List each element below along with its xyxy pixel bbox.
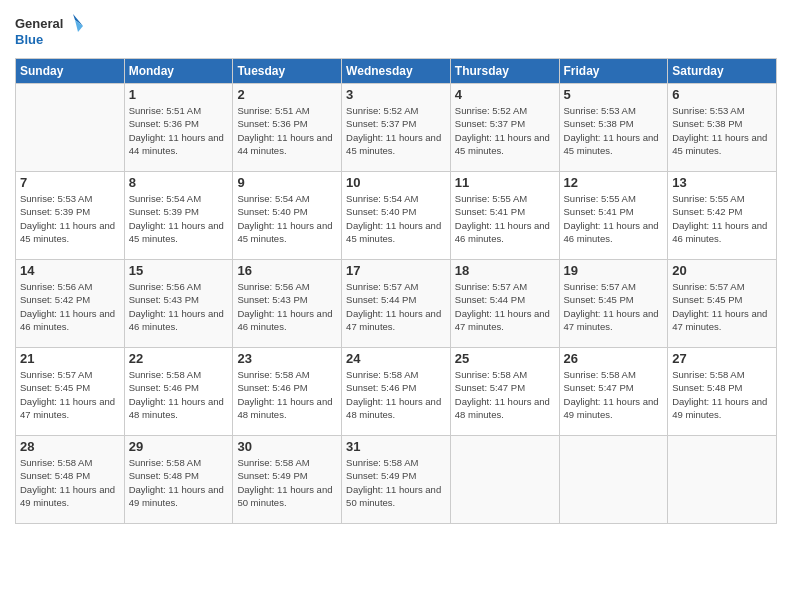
header-cell-wednesday: Wednesday: [342, 59, 451, 84]
day-cell: 3Sunrise: 5:52 AMSunset: 5:37 PMDaylight…: [342, 84, 451, 172]
day-cell: 14Sunrise: 5:56 AMSunset: 5:42 PMDayligh…: [16, 260, 125, 348]
day-info: Sunrise: 5:58 AMSunset: 5:49 PMDaylight:…: [346, 456, 446, 509]
day-info: Sunrise: 5:56 AMSunset: 5:43 PMDaylight:…: [237, 280, 337, 333]
day-info: Sunrise: 5:54 AMSunset: 5:39 PMDaylight:…: [129, 192, 229, 245]
day-info: Sunrise: 5:58 AMSunset: 5:46 PMDaylight:…: [237, 368, 337, 421]
day-cell: 22Sunrise: 5:58 AMSunset: 5:46 PMDayligh…: [124, 348, 233, 436]
day-cell: 29Sunrise: 5:58 AMSunset: 5:48 PMDayligh…: [124, 436, 233, 524]
day-cell: 13Sunrise: 5:55 AMSunset: 5:42 PMDayligh…: [668, 172, 777, 260]
day-info: Sunrise: 5:58 AMSunset: 5:48 PMDaylight:…: [20, 456, 120, 509]
day-number: 2: [237, 87, 337, 102]
logo: General Blue: [15, 10, 85, 52]
day-info: Sunrise: 5:57 AMSunset: 5:44 PMDaylight:…: [346, 280, 446, 333]
day-cell: 30Sunrise: 5:58 AMSunset: 5:49 PMDayligh…: [233, 436, 342, 524]
day-info: Sunrise: 5:55 AMSunset: 5:41 PMDaylight:…: [564, 192, 664, 245]
day-info: Sunrise: 5:58 AMSunset: 5:49 PMDaylight:…: [237, 456, 337, 509]
day-cell: 8Sunrise: 5:54 AMSunset: 5:39 PMDaylight…: [124, 172, 233, 260]
day-number: 12: [564, 175, 664, 190]
day-cell: 2Sunrise: 5:51 AMSunset: 5:36 PMDaylight…: [233, 84, 342, 172]
day-info: Sunrise: 5:53 AMSunset: 5:38 PMDaylight:…: [564, 104, 664, 157]
day-number: 25: [455, 351, 555, 366]
week-row-2: 7Sunrise: 5:53 AMSunset: 5:39 PMDaylight…: [16, 172, 777, 260]
day-number: 18: [455, 263, 555, 278]
day-number: 13: [672, 175, 772, 190]
page-header: General Blue: [15, 10, 777, 52]
day-cell: 16Sunrise: 5:56 AMSunset: 5:43 PMDayligh…: [233, 260, 342, 348]
day-info: Sunrise: 5:54 AMSunset: 5:40 PMDaylight:…: [346, 192, 446, 245]
day-number: 15: [129, 263, 229, 278]
day-cell: 5Sunrise: 5:53 AMSunset: 5:38 PMDaylight…: [559, 84, 668, 172]
header-cell-saturday: Saturday: [668, 59, 777, 84]
day-number: 16: [237, 263, 337, 278]
day-number: 21: [20, 351, 120, 366]
day-info: Sunrise: 5:52 AMSunset: 5:37 PMDaylight:…: [346, 104, 446, 157]
day-number: 24: [346, 351, 446, 366]
week-row-3: 14Sunrise: 5:56 AMSunset: 5:42 PMDayligh…: [16, 260, 777, 348]
day-info: Sunrise: 5:56 AMSunset: 5:42 PMDaylight:…: [20, 280, 120, 333]
week-row-4: 21Sunrise: 5:57 AMSunset: 5:45 PMDayligh…: [16, 348, 777, 436]
day-cell: 28Sunrise: 5:58 AMSunset: 5:48 PMDayligh…: [16, 436, 125, 524]
day-cell: 17Sunrise: 5:57 AMSunset: 5:44 PMDayligh…: [342, 260, 451, 348]
day-number: 23: [237, 351, 337, 366]
day-number: 28: [20, 439, 120, 454]
day-cell: 25Sunrise: 5:58 AMSunset: 5:47 PMDayligh…: [450, 348, 559, 436]
day-info: Sunrise: 5:58 AMSunset: 5:46 PMDaylight:…: [129, 368, 229, 421]
day-info: Sunrise: 5:58 AMSunset: 5:46 PMDaylight:…: [346, 368, 446, 421]
day-cell: 12Sunrise: 5:55 AMSunset: 5:41 PMDayligh…: [559, 172, 668, 260]
day-info: Sunrise: 5:58 AMSunset: 5:48 PMDaylight:…: [129, 456, 229, 509]
day-info: Sunrise: 5:51 AMSunset: 5:36 PMDaylight:…: [237, 104, 337, 157]
day-info: Sunrise: 5:57 AMSunset: 5:44 PMDaylight:…: [455, 280, 555, 333]
day-number: 14: [20, 263, 120, 278]
day-number: 22: [129, 351, 229, 366]
header-cell-tuesday: Tuesday: [233, 59, 342, 84]
header-row: SundayMondayTuesdayWednesdayThursdayFrid…: [16, 59, 777, 84]
day-cell: 9Sunrise: 5:54 AMSunset: 5:40 PMDaylight…: [233, 172, 342, 260]
day-number: 17: [346, 263, 446, 278]
day-info: Sunrise: 5:57 AMSunset: 5:45 PMDaylight:…: [20, 368, 120, 421]
day-number: 6: [672, 87, 772, 102]
day-cell: 7Sunrise: 5:53 AMSunset: 5:39 PMDaylight…: [16, 172, 125, 260]
day-cell: 4Sunrise: 5:52 AMSunset: 5:37 PMDaylight…: [450, 84, 559, 172]
day-cell: 10Sunrise: 5:54 AMSunset: 5:40 PMDayligh…: [342, 172, 451, 260]
day-number: 27: [672, 351, 772, 366]
day-cell: [668, 436, 777, 524]
day-number: 4: [455, 87, 555, 102]
day-cell: 19Sunrise: 5:57 AMSunset: 5:45 PMDayligh…: [559, 260, 668, 348]
day-number: 8: [129, 175, 229, 190]
header-cell-friday: Friday: [559, 59, 668, 84]
day-cell: 18Sunrise: 5:57 AMSunset: 5:44 PMDayligh…: [450, 260, 559, 348]
day-cell: [559, 436, 668, 524]
day-info: Sunrise: 5:54 AMSunset: 5:40 PMDaylight:…: [237, 192, 337, 245]
day-number: 30: [237, 439, 337, 454]
day-info: Sunrise: 5:53 AMSunset: 5:39 PMDaylight:…: [20, 192, 120, 245]
day-info: Sunrise: 5:53 AMSunset: 5:38 PMDaylight:…: [672, 104, 772, 157]
day-cell: 11Sunrise: 5:55 AMSunset: 5:41 PMDayligh…: [450, 172, 559, 260]
day-info: Sunrise: 5:52 AMSunset: 5:37 PMDaylight:…: [455, 104, 555, 157]
day-number: 19: [564, 263, 664, 278]
day-cell: 21Sunrise: 5:57 AMSunset: 5:45 PMDayligh…: [16, 348, 125, 436]
day-number: 5: [564, 87, 664, 102]
day-number: 1: [129, 87, 229, 102]
day-cell: [16, 84, 125, 172]
day-number: 31: [346, 439, 446, 454]
day-info: Sunrise: 5:57 AMSunset: 5:45 PMDaylight:…: [672, 280, 772, 333]
day-number: 7: [20, 175, 120, 190]
header-cell-sunday: Sunday: [16, 59, 125, 84]
day-info: Sunrise: 5:57 AMSunset: 5:45 PMDaylight:…: [564, 280, 664, 333]
svg-text:Blue: Blue: [15, 32, 43, 47]
day-number: 26: [564, 351, 664, 366]
day-number: 11: [455, 175, 555, 190]
day-cell: 20Sunrise: 5:57 AMSunset: 5:45 PMDayligh…: [668, 260, 777, 348]
header-cell-monday: Monday: [124, 59, 233, 84]
day-cell: 31Sunrise: 5:58 AMSunset: 5:49 PMDayligh…: [342, 436, 451, 524]
day-number: 29: [129, 439, 229, 454]
day-info: Sunrise: 5:51 AMSunset: 5:36 PMDaylight:…: [129, 104, 229, 157]
header-cell-thursday: Thursday: [450, 59, 559, 84]
day-cell: 26Sunrise: 5:58 AMSunset: 5:47 PMDayligh…: [559, 348, 668, 436]
calendar-table: SundayMondayTuesdayWednesdayThursdayFrid…: [15, 58, 777, 524]
day-cell: 27Sunrise: 5:58 AMSunset: 5:48 PMDayligh…: [668, 348, 777, 436]
day-cell: 23Sunrise: 5:58 AMSunset: 5:46 PMDayligh…: [233, 348, 342, 436]
day-info: Sunrise: 5:55 AMSunset: 5:42 PMDaylight:…: [672, 192, 772, 245]
day-number: 9: [237, 175, 337, 190]
day-info: Sunrise: 5:58 AMSunset: 5:47 PMDaylight:…: [564, 368, 664, 421]
